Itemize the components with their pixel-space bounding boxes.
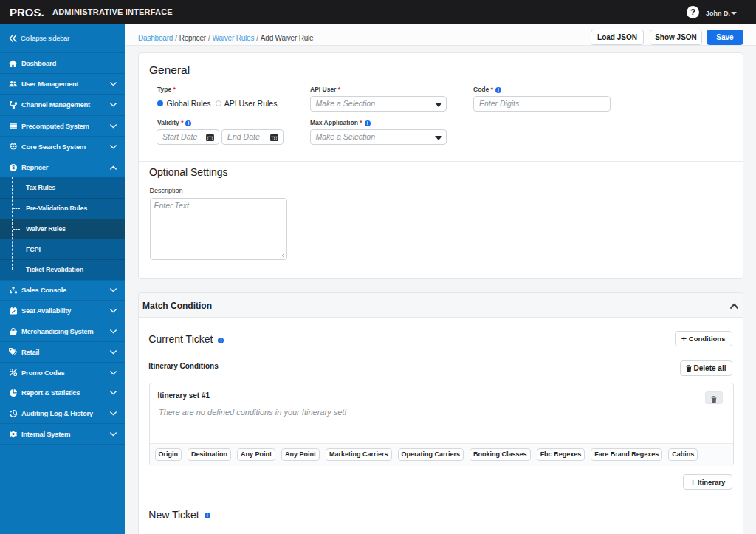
svg-text:$: $ — [12, 165, 15, 171]
